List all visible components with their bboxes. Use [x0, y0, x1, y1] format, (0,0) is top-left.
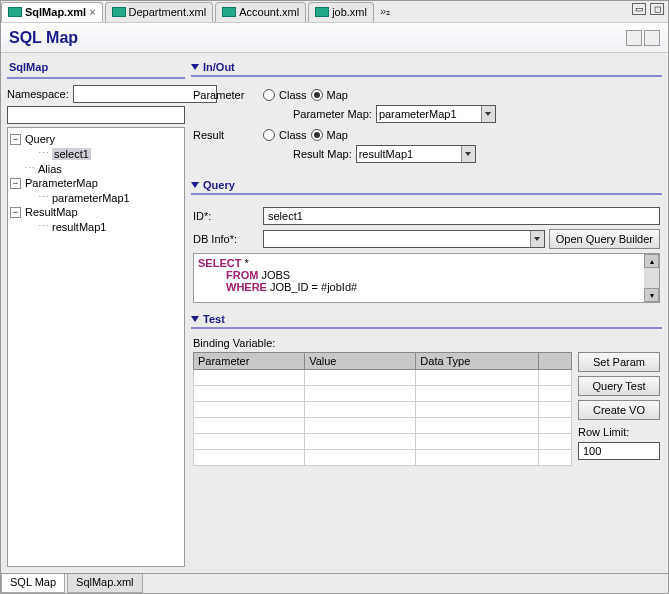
- row-limit-input[interactable]: [578, 442, 660, 460]
- collapse-icon[interactable]: −: [10, 207, 21, 218]
- table-row[interactable]: [194, 418, 572, 434]
- col-parameter[interactable]: Parameter: [194, 353, 305, 370]
- panel-header: SqlMap: [7, 59, 185, 79]
- scrollbar[interactable]: ▴▾: [644, 254, 659, 302]
- id-input[interactable]: [263, 207, 660, 225]
- file-icon: [222, 7, 236, 17]
- layout-vertical-icon[interactable]: [644, 30, 660, 46]
- bottom-tab-source[interactable]: SqlMap.xml: [67, 574, 142, 593]
- col-data-type[interactable]: Data Type: [416, 353, 538, 370]
- tree-resultmap1[interactable]: resultMap1: [52, 221, 106, 233]
- result-label: Result: [193, 129, 263, 141]
- collapse-icon[interactable]: −: [10, 134, 21, 145]
- id-label: ID*:: [193, 210, 263, 222]
- parameter-map-radio[interactable]: [311, 89, 323, 101]
- binding-table[interactable]: Parameter Value Data Type: [193, 352, 572, 466]
- file-icon: [112, 7, 126, 17]
- binding-variable-label: Binding Variable:: [193, 337, 660, 349]
- tree[interactable]: −Query ⋯select1 ⋯Alias −ParameterMap ⋯pa…: [7, 127, 185, 567]
- chevron-down-icon: [191, 182, 199, 188]
- tree-select1[interactable]: select1: [52, 148, 91, 160]
- dbinfo-label: DB Info*:: [193, 233, 263, 245]
- param-map-label: Parameter Map:: [293, 108, 372, 120]
- tab-label: Account.xml: [239, 6, 299, 18]
- tree-branch-icon: ⋯: [38, 220, 49, 233]
- chevron-down-icon: [461, 146, 475, 162]
- tree-parametermap[interactable]: ParameterMap: [25, 177, 98, 189]
- set-param-button[interactable]: Set Param: [578, 352, 660, 372]
- file-icon: [315, 7, 329, 17]
- parameter-label: Parameter: [193, 89, 263, 101]
- tree-branch-icon: ⋯: [38, 147, 49, 160]
- minimize-icon[interactable]: ▭: [632, 3, 646, 15]
- tab-label: job.xml: [332, 6, 367, 18]
- layout-horizontal-icon[interactable]: [626, 30, 642, 46]
- namespace-label: Namespace:: [7, 88, 69, 100]
- open-query-builder-button[interactable]: Open Query Builder: [549, 229, 660, 249]
- bottom-tabbar: SQL Map SqlMap.xml: [1, 573, 668, 593]
- query-header[interactable]: Query: [191, 177, 662, 195]
- result-class-radio[interactable]: [263, 129, 275, 141]
- result-map-label: Result Map:: [293, 148, 352, 160]
- filter-input[interactable]: [7, 106, 185, 124]
- parameter-class-radio[interactable]: [263, 89, 275, 101]
- tab-job[interactable]: job.xml: [308, 2, 374, 22]
- tab-department[interactable]: Department.xml: [105, 2, 214, 22]
- collapse-icon[interactable]: −: [10, 178, 21, 189]
- result-map-select[interactable]: resultMap1: [356, 145, 476, 163]
- tab-overflow-icon[interactable]: »₂: [380, 5, 390, 18]
- maximize-icon[interactable]: ◻: [650, 3, 664, 15]
- editor-tabbar: SqlMap.xml × Department.xml Account.xml …: [1, 1, 668, 23]
- table-row[interactable]: [194, 402, 572, 418]
- tree-resultmap[interactable]: ResultMap: [25, 206, 78, 218]
- inout-header[interactable]: In/Out: [191, 59, 662, 77]
- result-map-radio[interactable]: [311, 129, 323, 141]
- chevron-down-icon: [191, 64, 199, 70]
- scroll-down-icon[interactable]: ▾: [644, 288, 659, 302]
- tree-branch-icon: ⋯: [38, 191, 49, 204]
- col-blank: [538, 353, 571, 370]
- tab-sqlmap[interactable]: SqlMap.xml ×: [1, 2, 103, 22]
- sql-textarea[interactable]: SELECT * FROM JOBS WHERE JOB_ID = #jobId…: [193, 253, 660, 303]
- table-row[interactable]: [194, 450, 572, 466]
- col-value[interactable]: Value: [305, 353, 416, 370]
- tab-label: Department.xml: [129, 6, 207, 18]
- test-header[interactable]: Test: [191, 311, 662, 329]
- table-row[interactable]: [194, 386, 572, 402]
- page-title: SQL Map: [9, 29, 78, 47]
- right-panel: In/Out Parameter Class Map Parameter Map…: [191, 59, 662, 567]
- chevron-down-icon: [191, 316, 199, 322]
- row-limit-label: Row Limit:: [578, 426, 660, 438]
- title-bar: SQL Map: [1, 23, 668, 53]
- table-row[interactable]: [194, 370, 572, 386]
- file-icon: [8, 7, 22, 17]
- query-section: ID*: DB Info*: Open Query Builder SELECT…: [191, 199, 662, 307]
- chevron-down-icon: [481, 106, 495, 122]
- tree-branch-icon: ⋯: [24, 162, 35, 175]
- param-map-select[interactable]: parameterMap1: [376, 105, 496, 123]
- close-icon[interactable]: ×: [89, 6, 95, 18]
- main-area: SqlMap Namespace: −Query ⋯select1 ⋯Alias…: [1, 53, 668, 573]
- test-section: Binding Variable: Parameter Value Data T…: [191, 333, 662, 470]
- tree-parametermap1[interactable]: parameterMap1: [52, 192, 130, 204]
- table-row[interactable]: [194, 434, 572, 450]
- tab-account[interactable]: Account.xml: [215, 2, 306, 22]
- inout-section: Parameter Class Map Parameter Map: param…: [191, 81, 662, 173]
- dbinfo-select[interactable]: [263, 230, 545, 248]
- chevron-down-icon: [530, 231, 544, 247]
- tree-query[interactable]: Query: [25, 133, 55, 145]
- scroll-up-icon[interactable]: ▴: [644, 254, 659, 268]
- tree-alias[interactable]: Alias: [38, 163, 62, 175]
- tab-label: SqlMap.xml: [25, 6, 86, 18]
- create-vo-button[interactable]: Create VO: [578, 400, 660, 420]
- sqlmap-panel: SqlMap Namespace: −Query ⋯select1 ⋯Alias…: [7, 59, 185, 567]
- query-test-button[interactable]: Query Test: [578, 376, 660, 396]
- bottom-tab-sqlmap[interactable]: SQL Map: [1, 574, 65, 593]
